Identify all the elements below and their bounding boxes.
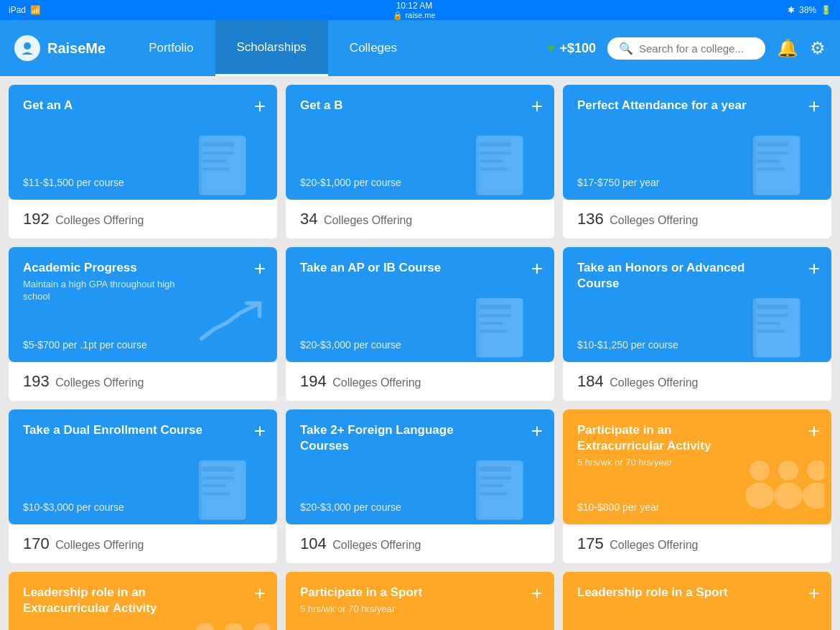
svg-rect-16: [757, 159, 780, 162]
scholarships-grid: Get an A + $11-$1,500 per course 192 Col…: [0, 76, 840, 630]
nav-right: ♥ +$100 🔍 🔔 ⚙: [547, 37, 826, 60]
add-icon[interactable]: +: [254, 583, 266, 603]
status-right: ✱ 38% 🔋: [788, 5, 831, 15]
scholarship-card[interactable]: Get a B + $20-$1,000 per course: [286, 85, 554, 200]
battery-text: 38%: [799, 5, 816, 15]
add-icon[interactable]: +: [531, 96, 543, 116]
colleges-label: Colleges Offering: [610, 214, 698, 226]
scholarship-card[interactable]: Participate in a Sport 5 hrs/wk or 70 hr…: [286, 572, 554, 630]
svg-rect-22: [480, 322, 503, 325]
card-subtitle: Maintain a high GPA throughout high scho…: [23, 279, 191, 303]
svg-rect-42: [474, 460, 479, 520]
card-title: Participate in a Sport: [300, 585, 480, 601]
search-icon: 🔍: [619, 42, 633, 55]
svg-rect-33: [202, 476, 234, 479]
svg-rect-5: [202, 167, 230, 170]
scholarship-card[interactable]: Take a Dual Enrollment Course + $10-$3,0…: [9, 409, 277, 524]
nav-colleges[interactable]: Colleges: [328, 20, 419, 76]
colleges-row: 170 Colleges Offering: [9, 524, 277, 563]
colleges-row: 104 Colleges Offering: [286, 524, 554, 563]
colleges-count: 175: [577, 534, 604, 552]
search-box[interactable]: 🔍: [607, 37, 765, 60]
colleges-count: 193: [23, 372, 50, 390]
nav-scholarships[interactable]: Scholarships: [215, 20, 328, 76]
colleges-label: Colleges Offering: [332, 376, 421, 389]
settings-button[interactable]: ⚙: [810, 38, 826, 58]
colleges-count: 34: [300, 210, 317, 228]
scholarship-card[interactable]: Take an AP or IB Course + $20-$3,000 per…: [286, 247, 554, 362]
colleges-label: Colleges Offering: [55, 376, 144, 389]
svg-rect-39: [480, 476, 511, 479]
scholarship-card[interactable]: Take an Honors or Advanced Course + $10-…: [563, 247, 831, 362]
navbar: RaiseMe Portfolio Scholarships Colleges …: [0, 20, 840, 76]
svg-rect-30: [751, 298, 756, 358]
notification-button[interactable]: 🔔: [777, 38, 798, 58]
scholarship-card[interactable]: Academic Progress Maintain a high GPA th…: [9, 247, 277, 362]
add-icon[interactable]: +: [254, 259, 266, 279]
svg-rect-34: [202, 484, 226, 487]
scholarship-card[interactable]: Perfect Attendance for a year + $17-$750…: [563, 85, 831, 200]
colleges-row: 175 Colleges Offering: [563, 524, 831, 563]
colleges-row: 193 Colleges Offering: [9, 362, 277, 401]
wifi-icon: 📶: [30, 5, 41, 15]
scholarship-card[interactable]: Leadership role in a Sport + $15-$1,500 …: [563, 572, 831, 630]
colleges-label: Colleges Offering: [324, 214, 412, 226]
add-icon[interactable]: +: [808, 583, 820, 603]
scholarship-item: Academic Progress Maintain a high GPA th…: [9, 247, 277, 401]
add-icon[interactable]: +: [531, 259, 543, 279]
scholarship-item: Leadership role in an Extracurricular Ac…: [9, 572, 277, 630]
status-left: iPad 📶: [9, 5, 41, 15]
svg-rect-6: [197, 136, 202, 195]
svg-rect-14: [757, 142, 788, 147]
scholarship-item: Get a B + $20-$1,000 per course 34 Colle…: [286, 85, 554, 238]
colleges-row: 34 Colleges Offering: [286, 200, 554, 238]
scholarship-card[interactable]: Leadership role in an Extracurricular Ac…: [9, 572, 277, 630]
svg-rect-27: [757, 314, 788, 317]
scholarship-item: Get an A + $11-$1,500 per course 192 Col…: [9, 85, 277, 238]
svg-rect-26: [757, 305, 788, 310]
scholarship-item: Participate in an Extracurricular Activi…: [563, 409, 831, 563]
colleges-row: 192 Colleges Offering: [9, 200, 277, 238]
status-bar: iPad 📶 10:12 AM 🔒 raise.me ✱ 38% 🔋: [0, 0, 840, 20]
svg-point-53: [253, 623, 270, 630]
scholarship-card[interactable]: Get an A + $11-$1,500 per course: [9, 85, 277, 200]
svg-point-44: [745, 483, 774, 509]
colleges-label: Colleges Offering: [55, 214, 144, 226]
add-icon[interactable]: +: [808, 259, 820, 279]
svg-point-47: [807, 460, 824, 481]
scholarship-item: Participate in a Sport 5 hrs/wk or 70 hr…: [286, 572, 554, 630]
add-icon[interactable]: +: [254, 96, 266, 116]
scholarship-card[interactable]: Participate in an Extracurricular Activi…: [563, 409, 831, 524]
colleges-row: 136 Colleges Offering: [563, 200, 831, 238]
svg-rect-41: [480, 492, 508, 495]
add-icon[interactable]: +: [808, 96, 820, 116]
svg-rect-18: [751, 136, 756, 195]
colleges-count: 170: [23, 534, 50, 552]
nav-links: Portfolio Scholarships Colleges: [127, 20, 546, 76]
add-icon[interactable]: +: [808, 421, 820, 441]
scholarship-item: Take an AP or IB Course + $20-$3,000 per…: [286, 247, 554, 401]
search-input[interactable]: [639, 42, 754, 55]
add-icon[interactable]: +: [254, 421, 266, 441]
card-subtitle: 5 hrs/wk or 70 hrs/year: [300, 603, 468, 616]
card-title: Leadership role in an Extracurricular Ac…: [23, 585, 203, 616]
svg-point-43: [750, 460, 770, 481]
card-title: Leadership role in a Sport: [577, 585, 757, 601]
logo-area[interactable]: RaiseMe: [14, 35, 106, 61]
svg-rect-9: [480, 152, 511, 154]
svg-point-45: [778, 460, 798, 481]
lock-icon: 🔒: [393, 11, 403, 19]
nav-portfolio[interactable]: Portfolio: [127, 20, 215, 76]
svg-rect-29: [757, 330, 785, 333]
bluetooth-icon: ✱: [788, 5, 795, 15]
add-icon[interactable]: +: [531, 421, 543, 441]
colleges-count: 194: [300, 372, 327, 390]
svg-point-48: [803, 483, 824, 509]
card-title: Get an A: [23, 98, 203, 114]
svg-rect-2: [202, 142, 234, 147]
scholarship-card[interactable]: Take 2+ Foreign Language Courses + $20-$…: [286, 409, 554, 524]
add-icon[interactable]: +: [531, 583, 543, 603]
svg-point-46: [774, 483, 803, 509]
earn-badge: ♥ +$100: [547, 40, 596, 57]
scholarship-item: Take a Dual Enrollment Course + $10-$3,0…: [9, 409, 277, 563]
